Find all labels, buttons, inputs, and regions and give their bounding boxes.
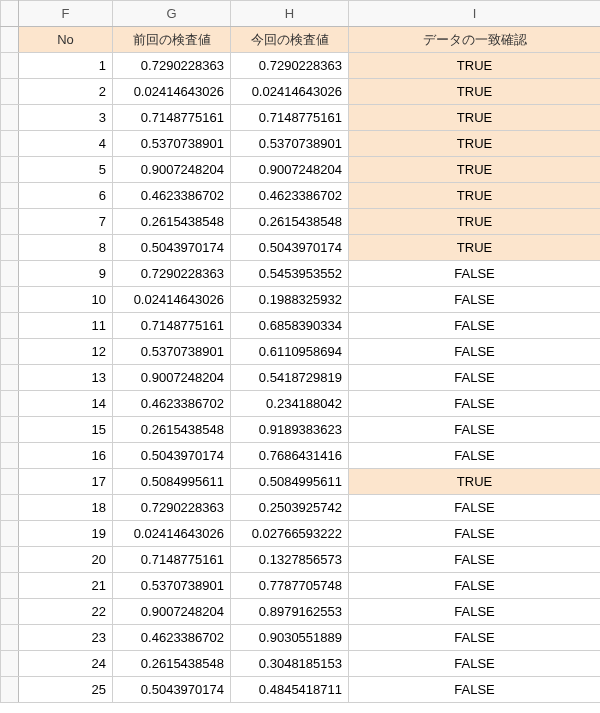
row-header[interactable] xyxy=(1,339,19,365)
row-header[interactable] xyxy=(1,625,19,651)
cell-prev[interactable]: 0.7148775161 xyxy=(113,105,231,131)
cell-curr[interactable]: 0.5453953552 xyxy=(231,261,349,287)
cell-curr[interactable]: 0.1988325932 xyxy=(231,287,349,313)
cell-no[interactable]: 10 xyxy=(19,287,113,313)
row-header[interactable] xyxy=(1,417,19,443)
cell-prev[interactable]: 0.9007248204 xyxy=(113,365,231,391)
cell-prev[interactable]: 0.2615438548 xyxy=(113,417,231,443)
cell-prev[interactable]: 0.9007248204 xyxy=(113,599,231,625)
row-header[interactable] xyxy=(1,27,19,53)
cell-no[interactable]: 3 xyxy=(19,105,113,131)
cell-prev[interactable]: 0.5043970174 xyxy=(113,677,231,703)
cell-curr[interactable]: 0.4845418711 xyxy=(231,677,349,703)
row-header[interactable] xyxy=(1,677,19,703)
cell-prev[interactable]: 0.5370738901 xyxy=(113,339,231,365)
row-header[interactable] xyxy=(1,105,19,131)
cell-curr[interactable]: 0.7290228363 xyxy=(231,53,349,79)
cell-curr[interactable]: 0.02414643026 xyxy=(231,79,349,105)
cell-match[interactable]: FALSE xyxy=(349,651,601,677)
cell-match[interactable]: FALSE xyxy=(349,495,601,521)
cell-prev[interactable]: 0.4623386702 xyxy=(113,625,231,651)
cell-prev[interactable]: 0.5370738901 xyxy=(113,131,231,157)
row-header[interactable] xyxy=(1,261,19,287)
cell-prev[interactable]: 0.9007248204 xyxy=(113,157,231,183)
cell-no[interactable]: 4 xyxy=(19,131,113,157)
cell-match[interactable]: FALSE xyxy=(349,625,601,651)
row-header[interactable] xyxy=(1,573,19,599)
cell-match[interactable]: FALSE xyxy=(349,599,601,625)
cell-curr[interactable]: 0.9030551889 xyxy=(231,625,349,651)
cell-match[interactable]: TRUE xyxy=(349,209,601,235)
col-header-G[interactable]: G xyxy=(113,1,231,27)
row-header[interactable] xyxy=(1,391,19,417)
cell-no[interactable]: 22 xyxy=(19,599,113,625)
cell-no[interactable]: 25 xyxy=(19,677,113,703)
cell-curr[interactable]: 0.7787705748 xyxy=(231,573,349,599)
header-curr[interactable]: 今回の検査値 xyxy=(231,27,349,53)
col-header-F[interactable]: F xyxy=(19,1,113,27)
row-header[interactable] xyxy=(1,599,19,625)
cell-no[interactable]: 23 xyxy=(19,625,113,651)
row-header[interactable] xyxy=(1,313,19,339)
corner-cell[interactable] xyxy=(1,1,19,27)
cell-no[interactable]: 19 xyxy=(19,521,113,547)
cell-prev[interactable]: 0.5370738901 xyxy=(113,573,231,599)
cell-no[interactable]: 16 xyxy=(19,443,113,469)
cell-match[interactable]: FALSE xyxy=(349,573,601,599)
cell-prev[interactable]: 0.2615438548 xyxy=(113,651,231,677)
cell-no[interactable]: 8 xyxy=(19,235,113,261)
cell-prev[interactable]: 0.7148775161 xyxy=(113,547,231,573)
row-header[interactable] xyxy=(1,183,19,209)
cell-no[interactable]: 6 xyxy=(19,183,113,209)
cell-match[interactable]: FALSE xyxy=(349,287,601,313)
cell-curr[interactable]: 0.5370738901 xyxy=(231,131,349,157)
header-prev[interactable]: 前回の検査値 xyxy=(113,27,231,53)
cell-no[interactable]: 24 xyxy=(19,651,113,677)
row-header[interactable] xyxy=(1,651,19,677)
row-header[interactable] xyxy=(1,209,19,235)
cell-match[interactable]: TRUE xyxy=(349,79,601,105)
cell-no[interactable]: 14 xyxy=(19,391,113,417)
cell-no[interactable]: 20 xyxy=(19,547,113,573)
cell-no[interactable]: 9 xyxy=(19,261,113,287)
col-header-H[interactable]: H xyxy=(231,1,349,27)
cell-prev[interactable]: 0.7290228363 xyxy=(113,53,231,79)
cell-no[interactable]: 2 xyxy=(19,79,113,105)
cell-curr[interactable]: 0.1327856573 xyxy=(231,547,349,573)
cell-no[interactable]: 18 xyxy=(19,495,113,521)
cell-no[interactable]: 21 xyxy=(19,573,113,599)
cell-curr[interactable]: 0.7686431416 xyxy=(231,443,349,469)
cell-curr[interactable]: 0.9189383623 xyxy=(231,417,349,443)
spreadsheet-table[interactable]: F G H I No 前回の検査値 今回の検査値 データの一致確認 10.729… xyxy=(0,0,600,703)
cell-prev[interactable]: 0.4623386702 xyxy=(113,391,231,417)
cell-match[interactable]: FALSE xyxy=(349,417,601,443)
cell-no[interactable]: 11 xyxy=(19,313,113,339)
cell-no[interactable]: 12 xyxy=(19,339,113,365)
cell-no[interactable]: 17 xyxy=(19,469,113,495)
row-header[interactable] xyxy=(1,53,19,79)
row-header[interactable] xyxy=(1,495,19,521)
row-header[interactable] xyxy=(1,443,19,469)
row-header[interactable] xyxy=(1,469,19,495)
cell-prev[interactable]: 0.7148775161 xyxy=(113,313,231,339)
cell-match[interactable]: TRUE xyxy=(349,131,601,157)
cell-curr[interactable]: 0.2615438548 xyxy=(231,209,349,235)
cell-match[interactable]: TRUE xyxy=(349,235,601,261)
cell-prev[interactable]: 0.5084995611 xyxy=(113,469,231,495)
cell-match[interactable]: FALSE xyxy=(349,677,601,703)
cell-prev[interactable]: 0.02414643026 xyxy=(113,287,231,313)
cell-prev[interactable]: 0.7290228363 xyxy=(113,495,231,521)
cell-prev[interactable]: 0.7290228363 xyxy=(113,261,231,287)
cell-curr[interactable]: 0.2503925742 xyxy=(231,495,349,521)
col-header-I[interactable]: I xyxy=(349,1,601,27)
cell-curr[interactable]: 0.7148775161 xyxy=(231,105,349,131)
cell-prev[interactable]: 0.02414643026 xyxy=(113,521,231,547)
row-header[interactable] xyxy=(1,235,19,261)
cell-curr[interactable]: 0.8979162553 xyxy=(231,599,349,625)
cell-prev[interactable]: 0.2615438548 xyxy=(113,209,231,235)
cell-match[interactable]: FALSE xyxy=(349,443,601,469)
row-header[interactable] xyxy=(1,79,19,105)
cell-no[interactable]: 1 xyxy=(19,53,113,79)
cell-curr[interactable]: 0.02766593222 xyxy=(231,521,349,547)
cell-curr[interactable]: 0.5418729819 xyxy=(231,365,349,391)
